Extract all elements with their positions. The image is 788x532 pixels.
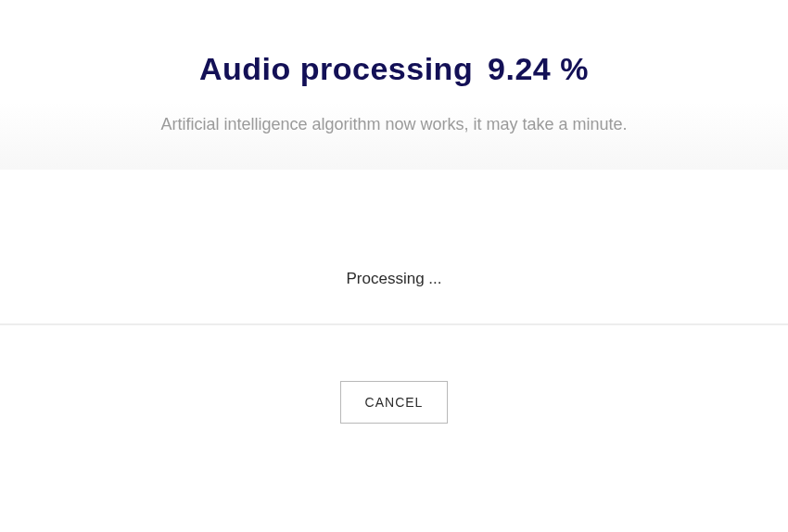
subtitle-text: Artificial intelligence algorithm now wo… [0,115,788,134]
processing-status: Processing ... [0,270,788,288]
progress-percent: 9.24 % [488,51,589,86]
page-title: Audio processing 9.24 % [0,51,788,87]
status-section: Processing ... [0,170,788,325]
cancel-button[interactable]: CANCEL [340,381,449,424]
title-prefix: Audio processing [199,51,473,86]
header-section: Audio processing 9.24 % Artificial intel… [0,0,788,170]
actions-section: CANCEL [0,325,788,424]
